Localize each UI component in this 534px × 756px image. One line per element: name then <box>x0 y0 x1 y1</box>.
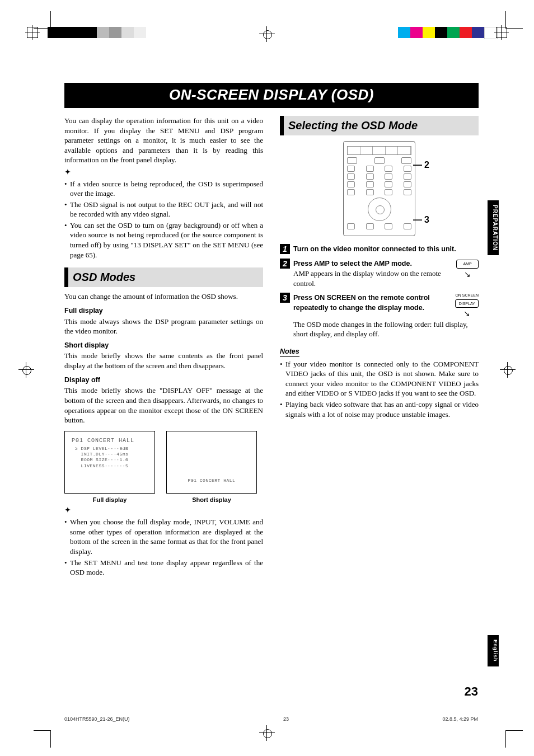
tip-list-1: If a video source is being reproduced, t… <box>64 179 263 260</box>
registration-mark <box>496 27 507 38</box>
step-3: 3 Press ON SCREEN on the remote control … <box>280 293 479 339</box>
step-number: 2 <box>280 259 290 269</box>
section-heading-selecting: Selecting the OSD Mode <box>280 116 479 135</box>
color-bars-left <box>48 27 146 38</box>
crop-mark <box>505 730 523 748</box>
registration-cross-right <box>502 364 514 376</box>
tip-list-2: When you choose the full display mode, I… <box>64 517 263 577</box>
step-bold: Press AMP to select the AMP mode. <box>293 260 412 267</box>
intro-text: You can display the operation informatio… <box>64 116 263 165</box>
list-item: You can set the OSD to turn on (gray bac… <box>64 220 263 260</box>
preview-caption: Full display <box>64 496 155 504</box>
mode-heading-off: Display off <box>64 375 263 385</box>
list-item: The SET MENU and test tone display appea… <box>64 558 263 577</box>
list-item: If your video monitor is connected only … <box>280 359 479 398</box>
mode-heading-short: Short display <box>64 341 263 350</box>
arrow-icon: ↘ <box>456 270 479 280</box>
side-tab-english: English <box>488 635 499 666</box>
arrow-icon: ↘ <box>455 309 479 320</box>
section-heading-osd-modes: OSD Modes <box>64 267 263 287</box>
footer-mid: 23 <box>283 716 289 722</box>
registration-cross-left <box>20 364 32 376</box>
step-number: 1 <box>280 244 290 254</box>
step-body-text: The OSD mode changes in the following or… <box>293 320 479 339</box>
callout-2: —2 <box>413 159 429 171</box>
mode-heading-full: Full display <box>64 306 263 316</box>
mode-body: This mode always shows the DSP program p… <box>64 317 263 336</box>
footer: 0104HTR5590_21-26_EN(U) 23 02.8.5, 4:29 … <box>64 716 478 722</box>
crop-mark <box>34 11 51 29</box>
mode-body: This mode briefly shows the "DISPLAY OFF… <box>64 386 263 425</box>
mode-body: This mode briefly shows the same content… <box>64 351 263 370</box>
notes-heading: Notes <box>280 347 299 357</box>
step-number: 3 <box>280 293 290 303</box>
preview-title: P01 CONCERT HALL <box>72 437 134 445</box>
list-item: When you choose the full display mode, I… <box>64 517 263 556</box>
footer-left: 0104HTR5590_21-26_EN(U) <box>64 716 130 722</box>
side-tab-preparation: PREPARATION <box>488 200 499 255</box>
registration-cross-bottom <box>261 727 273 739</box>
registration-cross-top <box>261 28 273 40</box>
callout-3: —3 <box>413 214 429 226</box>
full-display-preview: P01 CONCERT HALL ≥ DSP LEVEL····0dB INIT… <box>64 431 155 494</box>
page-number: 23 <box>465 683 478 700</box>
color-bars-right <box>398 27 498 39</box>
step-bold: Press ON SCREEN on the remote control re… <box>293 294 430 312</box>
step-bold: Turn on the video monitor connected to t… <box>293 245 456 253</box>
step-2: 2 Press AMP to select the AMP mode. AMP … <box>280 259 479 288</box>
list-item: The OSD signal is not output to the REC … <box>64 200 263 219</box>
section-intro: You can change the amount of information… <box>64 292 263 302</box>
step-body-text: AMP appears in the display window on the… <box>293 269 451 288</box>
list-item: If a video source is being reproduced, t… <box>64 179 263 199</box>
page-title: ON-SCREEN DISPLAY (OSD) <box>64 83 479 108</box>
notes-list: If your video monitor is connected only … <box>280 359 479 419</box>
preview-lines: ≥ DSP LEVEL····0dB INIT.DLY····45ms ROOM… <box>75 446 128 469</box>
short-display-preview: P01 CONCERT HALL <box>166 431 257 494</box>
preview-caption: Short display <box>166 496 257 504</box>
display-button-icon: DISPLAY <box>455 299 479 308</box>
button-label: ON SCREEN <box>455 293 479 298</box>
step-1: 1 Turn on the video monitor connected to… <box>280 244 479 254</box>
amp-button-icon: AMP <box>456 260 479 268</box>
remote-illustration <box>343 141 415 236</box>
crop-mark <box>34 730 51 748</box>
footer-right: 02.8.5, 4:29 PM <box>442 716 478 722</box>
tip-icon: ✦ <box>64 167 263 178</box>
registration-mark <box>27 27 38 38</box>
list-item: Playing back video software that has an … <box>280 400 479 419</box>
crop-mark <box>505 11 523 29</box>
tip-icon: ✦ <box>64 505 263 516</box>
preview-line: P01 CONCERT HALL <box>167 478 256 484</box>
